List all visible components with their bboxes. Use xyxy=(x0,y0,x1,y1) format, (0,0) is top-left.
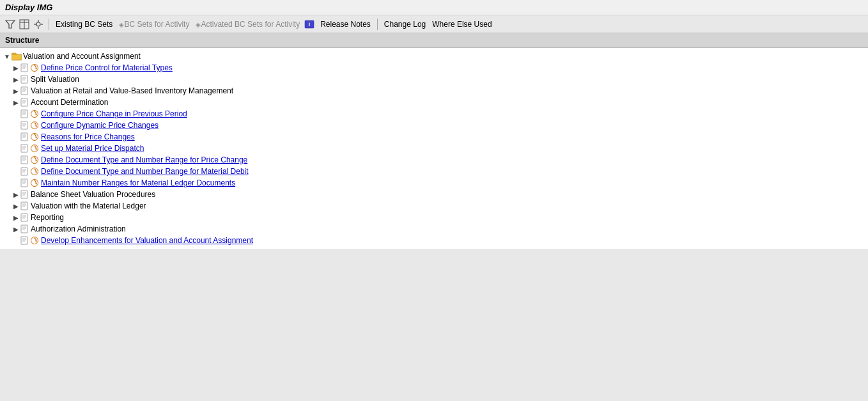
expand-icon[interactable]: ▶ xyxy=(12,75,20,84)
doc-icon xyxy=(20,63,29,72)
table-icon[interactable] xyxy=(18,18,31,31)
svg-point-4 xyxy=(36,22,40,26)
doc-icon xyxy=(20,86,29,95)
bc-sets-activity-link[interactable]: ◈BC Sets for Activity xyxy=(116,19,192,30)
release-notes-icon: i xyxy=(304,20,315,29)
settings-icon[interactable] xyxy=(32,18,45,31)
svg-rect-48 xyxy=(21,145,27,152)
tree-item-label: Split Valuation xyxy=(29,75,79,84)
tree-row[interactable]: Define Document Type and Number Range fo… xyxy=(0,154,868,166)
expand-icon[interactable]: ▶ xyxy=(12,224,20,233)
tree-row[interactable]: ▶ Valuation at Retail and Value-Based In… xyxy=(0,85,868,97)
tree-item-label[interactable]: Define Price Control for Material Types xyxy=(40,63,173,72)
tree-item-label[interactable]: Configure Price Change in Previous Perio… xyxy=(40,109,187,118)
doc-icon xyxy=(20,155,29,164)
svg-rect-66 xyxy=(21,179,27,187)
tree-row[interactable]: Maintain Number Ranges for Material Ledg… xyxy=(0,177,868,189)
tree-items-container: ▶ Define Price Control for Material Type… xyxy=(0,62,868,246)
svg-rect-30 xyxy=(21,110,27,118)
tree-row[interactable]: Define Document Type and Number Range fo… xyxy=(0,166,868,177)
doc-icon xyxy=(20,121,29,130)
activity-icon xyxy=(29,144,40,153)
where-else-used-link[interactable]: Where Else Used xyxy=(430,19,494,30)
tree-item-label[interactable]: Maintain Number Ranges for Material Ledg… xyxy=(40,178,235,187)
doc-icon xyxy=(20,109,29,118)
filter-icon[interactable] xyxy=(4,18,17,31)
svg-rect-88 xyxy=(21,237,27,244)
toolbar-separator-1 xyxy=(49,19,49,30)
activity-icon xyxy=(29,109,40,118)
svg-rect-60 xyxy=(21,168,27,175)
root-expand-icon[interactable]: ▼ xyxy=(3,52,12,61)
activity-icon xyxy=(29,132,40,141)
tree-row[interactable]: Set up Material Price Dispatch xyxy=(0,143,868,154)
doc-icon xyxy=(20,213,29,222)
expand-icon[interactable]: ▶ xyxy=(12,86,20,95)
expand-placeholder xyxy=(12,144,20,153)
tree-row-root[interactable]: ▼ Valuation and Account Assignment xyxy=(0,51,868,62)
activity-icon xyxy=(29,178,40,187)
doc-icon xyxy=(20,167,29,176)
expand-placeholder xyxy=(12,155,20,164)
svg-rect-76 xyxy=(21,202,27,210)
tree-item-label: Reporting xyxy=(29,213,64,222)
tree-item-label[interactable]: Set up Material Price Dispatch xyxy=(40,144,144,153)
expand-icon[interactable]: ▶ xyxy=(12,201,20,210)
doc-icon xyxy=(20,144,29,153)
structure-header: Structure xyxy=(0,33,868,48)
svg-text:i: i xyxy=(309,21,311,28)
doc-icon xyxy=(20,75,29,84)
expand-icon[interactable]: ▶ xyxy=(12,190,20,199)
tree-item-label[interactable]: Develop Enhancements for Valuation and A… xyxy=(40,236,253,245)
svg-rect-11 xyxy=(12,54,22,60)
activity-icon xyxy=(29,121,40,130)
doc-icon xyxy=(20,178,29,187)
activated-bc-sets-link[interactable]: ◈Activated BC Sets for Activity xyxy=(193,19,302,30)
tree-row[interactable]: ▶ Balance Sheet Valuation Procedures xyxy=(0,189,868,200)
tree-row[interactable]: Reasons for Price Changes xyxy=(0,131,868,143)
toolbar: Existing BC Sets ◈BC Sets for Activity ◈… xyxy=(0,15,868,33)
activity-icon xyxy=(29,155,40,164)
tree-item-label[interactable]: Reasons for Price Changes xyxy=(40,132,135,141)
expand-icon[interactable]: ▶ xyxy=(12,63,20,72)
doc-icon xyxy=(20,201,29,210)
svg-rect-22 xyxy=(21,87,27,95)
doc-icon xyxy=(20,224,29,233)
tree-row[interactable]: ▶ Account Determination xyxy=(0,97,868,108)
tree-item-label: Valuation with the Material Ledger xyxy=(29,201,146,210)
svg-rect-12 xyxy=(21,64,27,72)
tree-row[interactable]: ▶ Reporting xyxy=(0,212,868,223)
doc-icon xyxy=(20,236,29,245)
svg-rect-72 xyxy=(21,191,27,198)
tree-item-label: Balance Sheet Valuation Procedures xyxy=(29,190,155,199)
tree-row[interactable]: ▶ Split Valuation xyxy=(0,74,868,85)
expand-placeholder xyxy=(12,167,20,176)
svg-rect-36 xyxy=(21,122,27,129)
doc-icon xyxy=(20,190,29,199)
tree-row[interactable]: ▶ Valuation with the Material Ledger xyxy=(0,200,868,212)
expand-placeholder xyxy=(12,178,20,187)
change-log-link[interactable]: Change Log xyxy=(382,19,428,30)
activity-icon xyxy=(29,63,40,72)
tree-item-label[interactable]: Define Document Type and Number Range fo… xyxy=(40,167,249,176)
activity-icon xyxy=(29,236,40,245)
doc-icon xyxy=(20,98,29,107)
svg-rect-18 xyxy=(21,75,27,83)
toolbar-separator-2 xyxy=(377,19,378,30)
doc-icon xyxy=(20,132,29,141)
expand-placeholder xyxy=(12,236,20,245)
expand-placeholder xyxy=(12,109,20,118)
tree-row[interactable]: Develop Enhancements for Valuation and A… xyxy=(0,235,868,246)
expand-icon[interactable]: ▶ xyxy=(12,213,20,222)
expand-icon[interactable]: ▶ xyxy=(12,98,20,107)
svg-rect-84 xyxy=(21,225,27,233)
svg-rect-42 xyxy=(21,133,27,141)
tree-row[interactable]: Configure Price Change in Previous Perio… xyxy=(0,108,868,120)
tree-row[interactable]: ▶ Authorization Administration xyxy=(0,223,868,235)
tree-item-label[interactable]: Configure Dynamic Price Changes xyxy=(40,121,159,130)
tree-item-label[interactable]: Define Document Type and Number Range fo… xyxy=(40,155,247,164)
tree-row[interactable]: Configure Dynamic Price Changes xyxy=(0,120,868,131)
release-notes-link[interactable]: Release Notes xyxy=(318,19,373,30)
existing-bc-sets-link[interactable]: Existing BC Sets xyxy=(53,19,115,30)
tree-row[interactable]: ▶ Define Price Control for Material Type… xyxy=(0,62,868,74)
